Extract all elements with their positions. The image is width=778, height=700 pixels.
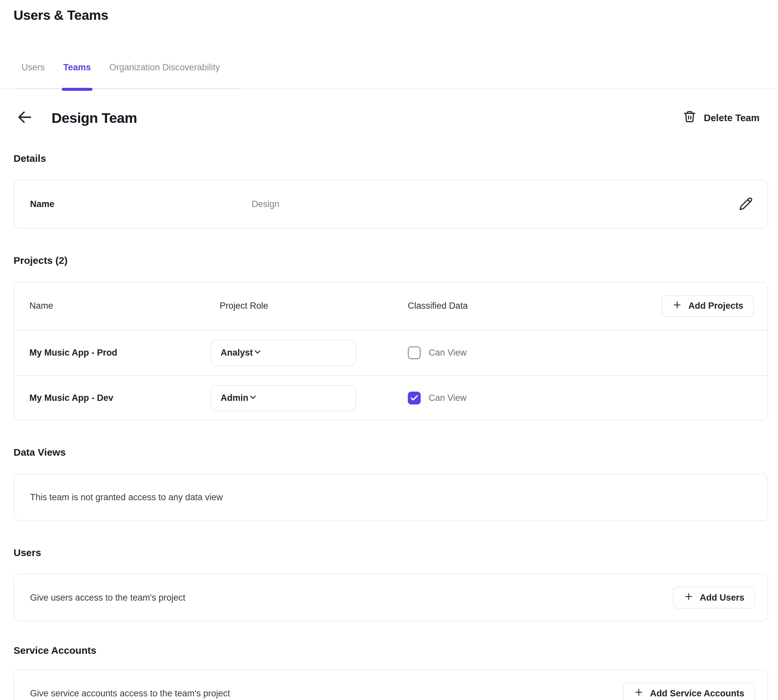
back-button[interactable] bbox=[16, 109, 34, 127]
can-view-label: Can View bbox=[429, 393, 466, 403]
project-role-select-prod[interactable]: Analyst bbox=[211, 340, 356, 366]
tabs: Users Teams Organization Discoverability bbox=[13, 62, 242, 89]
service-accounts-section: Service Accounts Give service accounts a… bbox=[13, 645, 768, 700]
projects-table-header: Name Project Role Classified Data Add Pr… bbox=[14, 282, 768, 330]
service-accounts-card: Give service accounts access to the team… bbox=[13, 670, 768, 700]
delete-team-label: Delete Team bbox=[704, 113, 760, 123]
service-accounts-empty-message: Give service accounts access to the team… bbox=[30, 688, 623, 699]
tab-bar: Users Teams Organization Discoverability bbox=[13, 62, 768, 89]
column-header-project-role: Project Role bbox=[211, 301, 408, 311]
check-icon bbox=[410, 393, 419, 402]
add-service-accounts-label: Add Service Accounts bbox=[650, 688, 744, 699]
plus-icon bbox=[634, 687, 644, 700]
users-card: Give users access to the team's project … bbox=[13, 574, 768, 622]
project-role-select-dev[interactable]: Admin bbox=[211, 385, 356, 411]
add-users-button[interactable]: Add Users bbox=[673, 587, 755, 608]
data-views-heading: Data Views bbox=[13, 447, 768, 458]
tab-users[interactable]: Users bbox=[22, 62, 45, 73]
projects-table: Name Project Role Classified Data Add Pr… bbox=[13, 282, 768, 421]
users-and-teams-page: Users & Teams Users Teams Organization D… bbox=[0, 0, 778, 700]
add-projects-label: Add Projects bbox=[688, 301, 743, 311]
page-title: Users & Teams bbox=[13, 7, 768, 23]
project-role-value: Analyst bbox=[221, 348, 253, 358]
data-views-section: Data Views This team is not granted acce… bbox=[13, 447, 768, 521]
project-name: My Music App - Dev bbox=[14, 393, 211, 403]
team-name-value: Design bbox=[252, 199, 739, 209]
can-view-checkbox-dev[interactable] bbox=[408, 392, 421, 405]
details-heading: Details bbox=[13, 153, 768, 165]
can-view-label: Can View bbox=[429, 348, 466, 358]
project-name: My Music App - Prod bbox=[14, 348, 211, 358]
chevron-down-icon bbox=[253, 347, 262, 358]
arrow-left-icon bbox=[16, 108, 33, 127]
project-row-dev: My Music App - Dev Admin Can View bbox=[14, 375, 768, 420]
can-view-checkbox-prod[interactable] bbox=[408, 347, 421, 359]
project-role-value: Admin bbox=[221, 393, 248, 403]
users-empty-message: Give users access to the team's project bbox=[30, 593, 673, 603]
data-views-card: This team is not granted access to any d… bbox=[13, 473, 768, 521]
users-section: Users Give users access to the team's pr… bbox=[13, 547, 768, 622]
column-header-name: Name bbox=[14, 301, 211, 311]
trash-icon bbox=[683, 110, 696, 126]
chevron-down-icon bbox=[248, 393, 258, 403]
plus-icon bbox=[672, 300, 682, 312]
users-heading: Users bbox=[13, 547, 768, 559]
projects-heading: Projects (2) bbox=[13, 255, 768, 267]
details-section: Details Name Design bbox=[13, 153, 768, 229]
plus-icon bbox=[683, 592, 694, 604]
team-title: Design Team bbox=[52, 109, 137, 127]
team-name-label: Name bbox=[30, 199, 252, 209]
edit-name-button[interactable] bbox=[739, 197, 753, 212]
project-row-prod: My Music App - Prod Analyst Can View bbox=[14, 330, 768, 375]
details-card: Name Design bbox=[13, 180, 768, 229]
team-header: Design Team Delete Team bbox=[13, 109, 768, 127]
pencil-icon bbox=[739, 197, 753, 212]
projects-section: Projects (2) Name Project Role Classifie… bbox=[13, 255, 768, 421]
delete-team-button[interactable]: Delete Team bbox=[683, 110, 760, 126]
service-accounts-heading: Service Accounts bbox=[13, 645, 768, 657]
add-users-label: Add Users bbox=[700, 593, 744, 603]
tab-teams[interactable]: Teams bbox=[63, 62, 91, 73]
add-projects-button[interactable]: Add Projects bbox=[661, 295, 754, 317]
tab-organization-discoverability[interactable]: Organization Discoverability bbox=[109, 62, 220, 73]
column-header-classified-data: Classified Data bbox=[408, 301, 661, 311]
data-views-empty-message: This team is not granted access to any d… bbox=[30, 492, 755, 503]
add-service-accounts-button[interactable]: Add Service Accounts bbox=[623, 682, 755, 700]
